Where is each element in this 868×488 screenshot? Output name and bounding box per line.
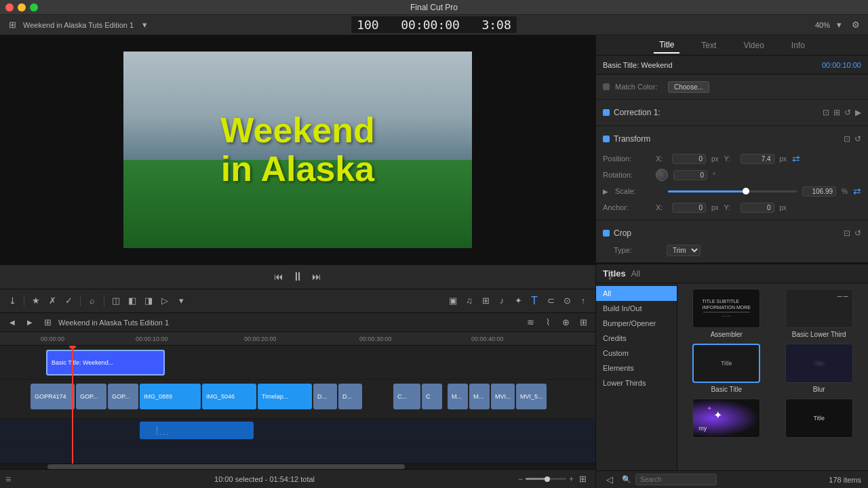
- zoom-in-icon[interactable]: +: [569, 474, 574, 484]
- audio-icon[interactable]: ♫: [462, 294, 476, 308]
- zoom-out-icon[interactable]: −: [518, 474, 523, 484]
- scale-slider[interactable]: [668, 190, 797, 192]
- sidebar-toggle-icon[interactable]: ◁: [603, 473, 616, 487]
- crop-type-select[interactable]: Trim: [667, 245, 701, 256]
- next-scene-icon[interactable]: ▶: [23, 316, 37, 329]
- search-icon[interactable]: ⌕: [85, 294, 99, 308]
- grid-icon[interactable]: ⊞: [5, 18, 19, 32]
- export-icon[interactable]: ↑: [576, 294, 590, 308]
- clip-c2[interactable]: C: [422, 384, 442, 409]
- clip-gopr4174[interactable]: GOPR4174: [31, 384, 75, 409]
- select-icon[interactable]: ▷: [158, 294, 172, 308]
- clip-d2[interactable]: D...: [338, 384, 362, 409]
- reject-icon[interactable]: ✗: [45, 294, 59, 308]
- tab-info[interactable]: Info: [786, 38, 810, 53]
- crop-reset-icon[interactable]: ↺: [854, 228, 861, 238]
- transform-fit-icon[interactable]: ⊡: [844, 134, 850, 144]
- minimize-button[interactable]: [18, 3, 26, 12]
- zoom-dropdown-icon[interactable]: ▾: [833, 18, 846, 32]
- anchor-y-input[interactable]: [741, 203, 774, 213]
- position-arrows[interactable]: ⇄: [792, 153, 800, 164]
- crop-fit-icon[interactable]: ⊡: [844, 228, 850, 238]
- waveform-icon[interactable]: ⌇: [541, 316, 555, 329]
- sidebar-item-all[interactable]: All: [596, 286, 677, 301]
- clip-gop1[interactable]: GOP...: [76, 384, 106, 409]
- chevron-down-icon[interactable]: ▾: [138, 18, 151, 32]
- rotation-dial[interactable]: [656, 169, 668, 181]
- list-view-icon[interactable]: ≡: [5, 474, 11, 485]
- scale-slider-thumb[interactable]: [743, 188, 749, 195]
- cut-icon[interactable]: ◫: [109, 294, 123, 308]
- position-y-input[interactable]: [741, 154, 774, 164]
- zoom-slider[interactable]: [526, 478, 566, 480]
- thumb-title2[interactable]: Title: [776, 399, 863, 441]
- clip-icon[interactable]: ▣: [446, 294, 460, 308]
- transform-reset-icon[interactable]: ↺: [854, 134, 861, 144]
- favorite-icon[interactable]: ★: [29, 294, 43, 308]
- sidebar-item-bumper-opener[interactable]: Bumper/Opener: [596, 316, 677, 331]
- tab-video[interactable]: Video: [738, 38, 769, 53]
- audio-meters-icon[interactable]: ≋: [524, 316, 537, 329]
- effects-icon[interactable]: ✦: [511, 294, 525, 308]
- clip-timelapse[interactable]: Timelap...: [258, 384, 312, 409]
- crop-icon[interactable]: ⊡: [823, 108, 829, 117]
- thumb-blur[interactable]: Title Blur: [776, 344, 863, 393]
- scale-arrows[interactable]: ⇄: [853, 186, 861, 197]
- thumb-sparkle[interactable]: ✦ ✦ my: [683, 399, 770, 441]
- title-icon[interactable]: T: [528, 294, 541, 308]
- reset-icon[interactable]: ↺: [844, 108, 851, 117]
- match-color-checkbox[interactable]: [603, 83, 610, 90]
- close-button[interactable]: [5, 3, 14, 12]
- prev-scene-icon[interactable]: ◀: [5, 316, 19, 329]
- sidebar-item-credits[interactable]: Credits: [596, 331, 677, 346]
- clip-c1[interactable]: C...: [393, 384, 420, 409]
- timeline-settings-icon[interactable]: ⊞: [576, 316, 590, 329]
- tab-title[interactable]: Title: [654, 37, 679, 54]
- settings-icon[interactable]: ⚙: [849, 18, 863, 32]
- titles-search-input[interactable]: [635, 474, 717, 485]
- import-icon[interactable]: ⤓: [5, 294, 19, 308]
- save-icon[interactable]: ⊞: [833, 108, 840, 117]
- sidebar-item-custom[interactable]: Custom: [596, 346, 677, 361]
- trim-icon[interactable]: ◨: [142, 294, 155, 308]
- sidebar-item-lower-thirds[interactable]: Lower Thirds: [596, 375, 677, 390]
- skip-forward-button[interactable]: ⏭: [312, 271, 321, 282]
- transform-header[interactable]: Transform ⊡ ↺: [603, 130, 861, 148]
- fit-button[interactable]: ⊞: [576, 472, 590, 486]
- thumb-basic-lower-third[interactable]: — — Basic Lower Third: [776, 289, 863, 338]
- title-clip[interactable]: Basic Title: Weekend...: [46, 350, 165, 375]
- scale-input[interactable]: [802, 186, 836, 197]
- fullscreen-button[interactable]: ⤢: [608, 271, 616, 282]
- playhead[interactable]: [72, 346, 73, 464]
- position-x-input[interactable]: [672, 154, 706, 164]
- transition-icon[interactable]: ⊂: [544, 294, 557, 308]
- play-pause-button[interactable]: ⏸: [292, 270, 304, 284]
- anchor-x-input[interactable]: [672, 203, 706, 213]
- clip-d1[interactable]: D...: [313, 384, 337, 409]
- timeline-scrollbar[interactable]: [0, 464, 595, 469]
- motion-icon[interactable]: ⊙: [560, 294, 574, 308]
- clip-gop2[interactable]: GOP...: [108, 384, 138, 409]
- rate-icon[interactable]: ✓: [62, 294, 75, 308]
- clip-m2[interactable]: M...: [469, 384, 490, 409]
- scale-expand-icon[interactable]: ▶: [603, 188, 608, 195]
- crop-header[interactable]: Crop ⊡ ↺: [603, 224, 861, 242]
- skip-back-button[interactable]: ⏮: [274, 271, 283, 282]
- thumb-basic-title[interactable]: Title Basic Title: [683, 344, 770, 393]
- music-icon[interactable]: ♪: [495, 294, 509, 308]
- tab-text[interactable]: Text: [696, 38, 722, 53]
- clip-img5046[interactable]: IMG_5046: [202, 384, 256, 409]
- select-down-icon[interactable]: ▾: [174, 294, 188, 308]
- correction-header[interactable]: Correction 1: ⊡ ⊞ ↺ ▶: [603, 104, 861, 121]
- clip-img0889[interactable]: IMG_0889: [140, 384, 201, 409]
- choose-button[interactable]: Choose...: [668, 81, 709, 93]
- blade-icon[interactable]: ◧: [125, 294, 139, 308]
- clip-mvi1[interactable]: MVI...: [491, 384, 515, 409]
- thumb-assembler[interactable]: TITLE SUBTITLEINFORMATION MORE — — Assem…: [683, 289, 770, 338]
- sidebar-item-elements[interactable]: Elements: [596, 361, 677, 375]
- rotation-input[interactable]: [673, 170, 707, 180]
- expand-icon[interactable]: ▶: [855, 108, 861, 117]
- snap-icon[interactable]: ⊕: [559, 316, 572, 329]
- photo-icon[interactable]: ⊞: [479, 294, 492, 308]
- sidebar-item-build-in-out[interactable]: Build In/Out: [596, 301, 677, 316]
